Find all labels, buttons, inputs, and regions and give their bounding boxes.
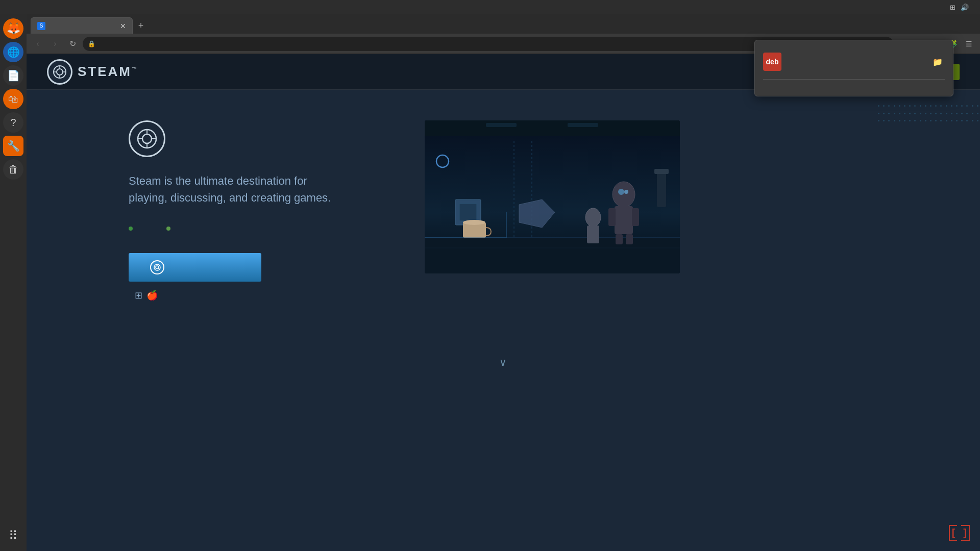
download-popup: deb 📁: [754, 40, 953, 96]
security-icon: 🔒: [88, 40, 95, 47]
network-icon: ⊞: [950, 4, 955, 11]
xda-bracket-right: ]: [961, 525, 970, 541]
steam-logo: STEAM™: [47, 59, 138, 85]
steam-nav-links: [169, 71, 215, 73]
volume-icon[interactable]: 🔊: [961, 4, 969, 11]
hero-right: // Generate dots const dotDiv = document…: [425, 120, 680, 273]
sidebar: 🦊 🌐 📄 🛍 ? 🔧 🗑 ⠿: [0, 14, 27, 551]
svg-point-3: [142, 134, 152, 143]
hero-steam-logo: [129, 120, 384, 157]
steam-logo-circle: [47, 59, 72, 85]
apple-icon: 🍎: [146, 290, 158, 301]
tab-bar: S ✕ +: [27, 14, 980, 34]
svg-rect-20: [608, 208, 616, 226]
active-tab[interactable]: S ✕: [31, 17, 133, 34]
dot-pattern-accent: // Generate dots const dotDiv = document…: [878, 105, 980, 126]
game-screenshot: [425, 120, 680, 273]
svg-point-18: [612, 182, 635, 207]
download-info: [788, 61, 924, 62]
hero-section: Steam is the ultimate destination forpla…: [27, 90, 980, 321]
svg-rect-32: [425, 120, 680, 136]
svg-rect-19: [615, 206, 633, 234]
chevron-down-icon: ∨: [499, 356, 508, 368]
svg-point-24: [618, 189, 624, 195]
install-steam-button[interactable]: [129, 253, 261, 282]
game-scene: [425, 120, 680, 273]
svg-point-5: [156, 266, 159, 269]
xda-bracket-left: [: [949, 525, 958, 541]
svg-point-1: [57, 69, 63, 75]
sidebar-software-icon[interactable]: 🔧: [3, 136, 23, 156]
svg-point-17: [463, 220, 485, 225]
svg-point-25: [624, 190, 628, 194]
platform-icons: ⊞ 🍎: [135, 290, 158, 301]
svg-rect-30: [657, 171, 666, 207]
svg-rect-31: [654, 169, 669, 174]
stat-online-label: [129, 227, 136, 231]
download-file-icon: deb: [763, 53, 781, 71]
stat-online: [129, 227, 136, 233]
hero-tagline: Steam is the ultimate destination forpla…: [129, 172, 384, 206]
os-bar: ⊞ 🔊: [0, 0, 980, 14]
svg-point-4: [154, 264, 160, 270]
stats-row: [129, 227, 384, 233]
svg-rect-34: [568, 123, 598, 127]
tab-favicon: S: [37, 22, 45, 30]
tab-close-button[interactable]: ✕: [120, 22, 126, 30]
svg-rect-22: [616, 234, 623, 244]
back-button[interactable]: ‹: [31, 37, 45, 51]
svg-point-26: [585, 208, 601, 227]
os-bar-right: ⊞ 🔊: [950, 4, 974, 11]
xda-watermark: [ ]: [949, 525, 970, 541]
learn-more-section[interactable]: ∨: [27, 352, 980, 368]
forward-button[interactable]: ›: [48, 37, 62, 51]
online-dot: [129, 227, 133, 231]
show-all-downloads-link[interactable]: [763, 84, 945, 88]
download-item: deb 📁: [763, 48, 945, 75]
svg-rect-27: [587, 226, 599, 243]
sidebar-apps-icon[interactable]: ⠿: [3, 525, 23, 546]
playing-dot: [166, 227, 170, 231]
svg-rect-7: [425, 238, 680, 273]
menu-icon[interactable]: ☰: [962, 37, 976, 51]
sidebar-app-store-icon[interactable]: 🛍: [3, 89, 23, 109]
also-available: ⊞ 🍎: [129, 290, 384, 301]
install-btn-icon: [150, 260, 164, 274]
reload-button[interactable]: ↻: [65, 37, 80, 51]
sidebar-firefox-icon[interactable]: 🦊: [3, 18, 23, 39]
content-area: STEAM™ ⬇: [27, 54, 980, 551]
windows-icon: ⊞: [135, 290, 142, 301]
sidebar-icon-2[interactable]: 📄: [3, 65, 23, 86]
sidebar-help-icon[interactable]: ?: [3, 112, 23, 133]
open-folder-button[interactable]: 📁: [930, 55, 945, 69]
stat-playing: [166, 227, 174, 233]
download-divider: [763, 79, 945, 80]
sidebar-icon-1[interactable]: 🌐: [3, 42, 23, 62]
sidebar-files-icon[interactable]: 🗑: [3, 159, 23, 180]
svg-rect-14: [459, 204, 477, 221]
svg-rect-33: [486, 123, 517, 127]
stat-playing-label: [166, 227, 174, 231]
hero-logo-circle: [129, 120, 165, 157]
hero-left: Steam is the ultimate destination forpla…: [129, 120, 384, 301]
svg-rect-21: [632, 208, 639, 226]
svg-rect-23: [626, 234, 633, 244]
new-tab-button[interactable]: +: [133, 17, 149, 34]
steam-logo-text: STEAM™: [78, 64, 138, 80]
